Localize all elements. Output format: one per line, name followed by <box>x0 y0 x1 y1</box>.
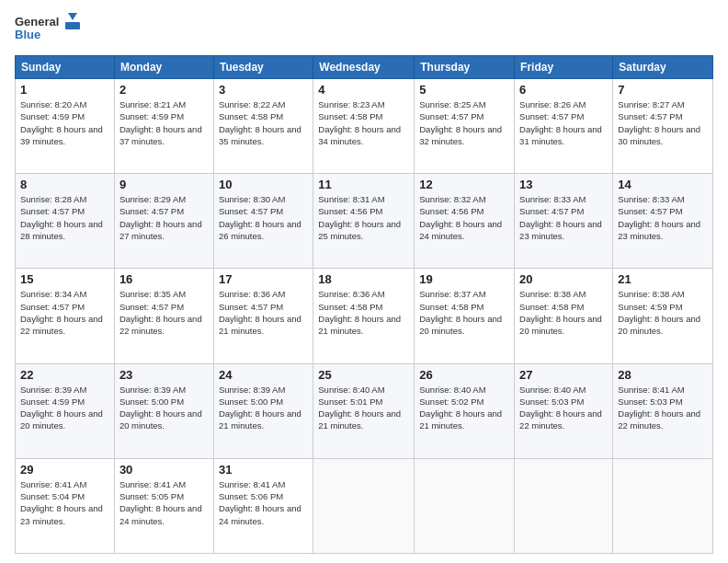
day-info: Sunrise: 8:38 AMSunset: 4:59 PMDaylight:… <box>618 288 708 337</box>
day-number: 19 <box>419 272 509 286</box>
day-cell: 20Sunrise: 8:38 AMSunset: 4:58 PMDayligh… <box>515 269 613 363</box>
day-cell: 31Sunrise: 8:41 AMSunset: 5:06 PMDayligh… <box>213 458 313 553</box>
day-cell: 21Sunrise: 8:38 AMSunset: 4:59 PMDayligh… <box>613 269 713 363</box>
day-info: Sunrise: 8:34 AMSunset: 4:57 PMDaylight:… <box>20 288 109 337</box>
day-number: 9 <box>119 178 209 191</box>
day-info: Sunrise: 8:36 AMSunset: 4:58 PMDaylight:… <box>318 288 409 337</box>
day-info: Sunrise: 8:40 AMSunset: 5:02 PMDaylight:… <box>419 384 509 432</box>
day-cell: 25Sunrise: 8:40 AMSunset: 5:01 PMDayligh… <box>313 363 415 458</box>
day-cell: 29Sunrise: 8:41 AMSunset: 5:04 PMDayligh… <box>16 458 115 553</box>
day-info: Sunrise: 8:22 AMSunset: 4:58 PMDaylight:… <box>219 98 308 147</box>
day-info: Sunrise: 8:25 AMSunset: 4:57 PMDaylight:… <box>419 98 509 147</box>
day-cell: 18Sunrise: 8:36 AMSunset: 4:58 PMDayligh… <box>313 269 415 363</box>
day-cell: 1Sunrise: 8:20 AMSunset: 4:59 PMDaylight… <box>16 79 115 174</box>
week-row-1: 1Sunrise: 8:20 AMSunset: 4:59 PMDaylight… <box>16 79 713 174</box>
day-number: 23 <box>119 368 209 382</box>
day-cell: 22Sunrise: 8:39 AMSunset: 4:59 PMDayligh… <box>16 363 115 458</box>
weekday-header-tuesday: Tuesday <box>213 56 313 79</box>
day-cell <box>415 458 515 553</box>
day-number: 8 <box>20 178 109 191</box>
day-info: Sunrise: 8:36 AMSunset: 4:57 PMDaylight:… <box>219 288 308 337</box>
day-number: 1 <box>20 83 109 97</box>
day-cell: 11Sunrise: 8:31 AMSunset: 4:56 PMDayligh… <box>313 174 415 269</box>
day-info: Sunrise: 8:40 AMSunset: 5:03 PMDaylight:… <box>519 384 608 432</box>
day-number: 7 <box>618 83 708 97</box>
day-cell: 13Sunrise: 8:33 AMSunset: 4:57 PMDayligh… <box>515 174 613 269</box>
header: General Blue <box>15 11 713 48</box>
week-row-4: 22Sunrise: 8:39 AMSunset: 4:59 PMDayligh… <box>16 363 713 458</box>
day-info: Sunrise: 8:40 AMSunset: 5:01 PMDaylight:… <box>318 384 409 432</box>
weekday-header-monday: Monday <box>114 56 213 79</box>
weekday-header-sunday: Sunday <box>16 56 115 79</box>
logo-svg: General Blue <box>15 11 81 48</box>
day-number: 16 <box>119 272 209 286</box>
day-info: Sunrise: 8:20 AMSunset: 4:59 PMDaylight:… <box>20 98 109 147</box>
day-info: Sunrise: 8:23 AMSunset: 4:58 PMDaylight:… <box>318 98 409 147</box>
day-number: 25 <box>318 368 409 382</box>
day-info: Sunrise: 8:39 AMSunset: 5:00 PMDaylight:… <box>119 384 209 432</box>
day-cell: 7Sunrise: 8:27 AMSunset: 4:57 PMDaylight… <box>613 79 713 174</box>
day-info: Sunrise: 8:26 AMSunset: 4:57 PMDaylight:… <box>519 98 608 147</box>
logo: General Blue <box>15 11 81 48</box>
svg-marker-2 <box>68 13 77 20</box>
day-info: Sunrise: 8:39 AMSunset: 4:59 PMDaylight:… <box>20 384 109 432</box>
weekday-header-friday: Friday <box>515 56 613 79</box>
day-number: 21 <box>618 272 708 286</box>
day-number: 30 <box>119 463 209 477</box>
day-number: 2 <box>119 83 209 97</box>
day-cell: 16Sunrise: 8:35 AMSunset: 4:57 PMDayligh… <box>114 269 213 363</box>
day-number: 10 <box>219 178 308 191</box>
day-cell: 8Sunrise: 8:28 AMSunset: 4:57 PMDaylight… <box>16 174 115 269</box>
calendar-table: SundayMondayTuesdayWednesdayThursdayFrid… <box>15 55 713 554</box>
day-info: Sunrise: 8:28 AMSunset: 4:57 PMDaylight:… <box>20 193 109 242</box>
day-info: Sunrise: 8:33 AMSunset: 4:57 PMDaylight:… <box>519 193 608 242</box>
day-cell: 28Sunrise: 8:41 AMSunset: 5:03 PMDayligh… <box>613 363 713 458</box>
day-number: 17 <box>219 272 308 286</box>
day-cell: 6Sunrise: 8:26 AMSunset: 4:57 PMDaylight… <box>515 79 613 174</box>
day-number: 5 <box>419 83 509 97</box>
calendar-page: General Blue SundayMondayTuesdayWednesda… <box>0 0 728 563</box>
day-number: 20 <box>519 272 608 286</box>
day-info: Sunrise: 8:41 AMSunset: 5:05 PMDaylight:… <box>119 478 209 527</box>
svg-rect-3 <box>65 22 80 29</box>
day-number: 11 <box>318 178 409 191</box>
day-cell: 17Sunrise: 8:36 AMSunset: 4:57 PMDayligh… <box>213 269 313 363</box>
day-info: Sunrise: 8:21 AMSunset: 4:59 PMDaylight:… <box>119 98 209 147</box>
day-cell: 24Sunrise: 8:39 AMSunset: 5:00 PMDayligh… <box>213 363 313 458</box>
day-info: Sunrise: 8:27 AMSunset: 4:57 PMDaylight:… <box>618 98 708 147</box>
day-cell: 9Sunrise: 8:29 AMSunset: 4:57 PMDaylight… <box>114 174 213 269</box>
day-number: 31 <box>219 463 308 477</box>
week-row-5: 29Sunrise: 8:41 AMSunset: 5:04 PMDayligh… <box>16 458 713 553</box>
day-info: Sunrise: 8:41 AMSunset: 5:04 PMDaylight:… <box>20 478 109 527</box>
day-number: 14 <box>618 178 708 191</box>
day-number: 22 <box>20 368 109 382</box>
day-number: 4 <box>318 83 409 97</box>
day-cell: 19Sunrise: 8:37 AMSunset: 4:58 PMDayligh… <box>415 269 515 363</box>
svg-text:General: General <box>15 15 59 29</box>
weekday-header-saturday: Saturday <box>613 56 713 79</box>
weekday-header-row: SundayMondayTuesdayWednesdayThursdayFrid… <box>16 56 713 79</box>
day-info: Sunrise: 8:38 AMSunset: 4:58 PMDaylight:… <box>519 288 608 337</box>
week-row-3: 15Sunrise: 8:34 AMSunset: 4:57 PMDayligh… <box>16 269 713 363</box>
day-cell: 27Sunrise: 8:40 AMSunset: 5:03 PMDayligh… <box>515 363 613 458</box>
day-cell: 30Sunrise: 8:41 AMSunset: 5:05 PMDayligh… <box>114 458 213 553</box>
day-number: 15 <box>20 272 109 286</box>
day-number: 3 <box>219 83 308 97</box>
day-cell: 4Sunrise: 8:23 AMSunset: 4:58 PMDaylight… <box>313 79 415 174</box>
day-number: 13 <box>519 178 608 191</box>
day-cell: 10Sunrise: 8:30 AMSunset: 4:57 PMDayligh… <box>213 174 313 269</box>
day-cell: 5Sunrise: 8:25 AMSunset: 4:57 PMDaylight… <box>415 79 515 174</box>
day-cell: 26Sunrise: 8:40 AMSunset: 5:02 PMDayligh… <box>415 363 515 458</box>
day-number: 12 <box>419 178 509 191</box>
day-number: 6 <box>519 83 608 97</box>
day-cell: 2Sunrise: 8:21 AMSunset: 4:59 PMDaylight… <box>114 79 213 174</box>
day-info: Sunrise: 8:37 AMSunset: 4:58 PMDaylight:… <box>419 288 509 337</box>
day-info: Sunrise: 8:31 AMSunset: 4:56 PMDaylight:… <box>318 193 409 242</box>
day-info: Sunrise: 8:41 AMSunset: 5:06 PMDaylight:… <box>219 478 308 527</box>
week-row-2: 8Sunrise: 8:28 AMSunset: 4:57 PMDaylight… <box>16 174 713 269</box>
day-number: 26 <box>419 368 509 382</box>
day-info: Sunrise: 8:32 AMSunset: 4:56 PMDaylight:… <box>419 193 509 242</box>
day-number: 18 <box>318 272 409 286</box>
weekday-header-thursday: Thursday <box>415 56 515 79</box>
day-cell <box>613 458 713 553</box>
